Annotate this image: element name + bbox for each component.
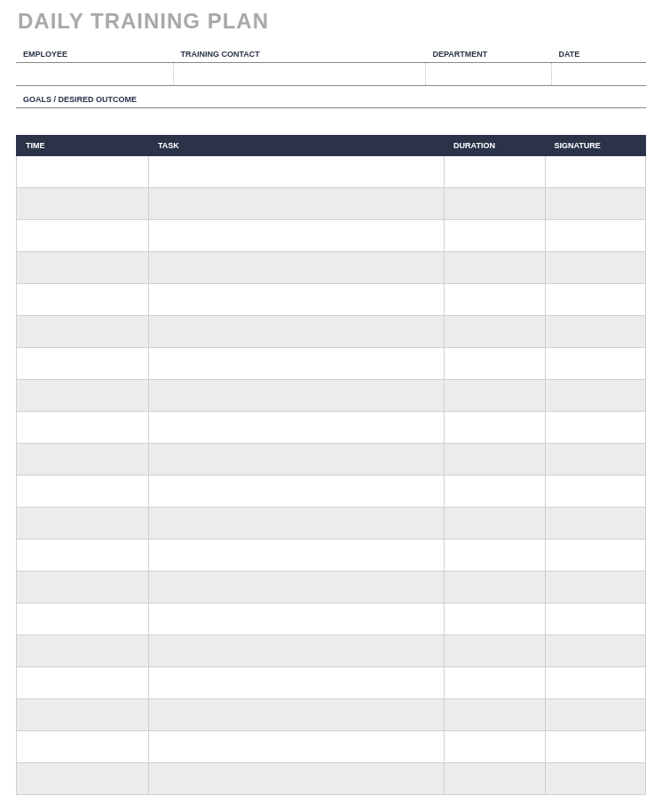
task-cell[interactable]: [148, 731, 444, 763]
task-cell[interactable]: [148, 252, 444, 284]
duration-cell[interactable]: [445, 380, 545, 412]
duration-cell[interactable]: [445, 667, 545, 699]
signature-cell[interactable]: [545, 156, 645, 188]
task-cell[interactable]: [148, 380, 444, 412]
table-row: [17, 444, 646, 476]
time-cell[interactable]: [17, 476, 149, 508]
signature-cell[interactable]: [545, 412, 645, 444]
duration-cell[interactable]: [445, 540, 545, 572]
time-cell[interactable]: [17, 348, 149, 380]
task-cell[interactable]: [148, 763, 444, 795]
duration-cell[interactable]: [445, 603, 545, 635]
task-cell[interactable]: [148, 572, 444, 603]
task-cell[interactable]: [148, 316, 444, 348]
duration-cell[interactable]: [445, 635, 545, 667]
signature-cell[interactable]: [545, 284, 645, 316]
task-cell[interactable]: [148, 348, 444, 380]
time-cell[interactable]: [17, 763, 149, 795]
table-row: [17, 284, 646, 316]
time-cell[interactable]: [17, 412, 149, 444]
task-cell[interactable]: [148, 667, 444, 699]
signature-cell[interactable]: [545, 667, 645, 699]
duration-cell[interactable]: [445, 348, 545, 380]
time-cell[interactable]: [17, 508, 149, 540]
table-row: [17, 540, 646, 572]
duration-cell[interactable]: [445, 572, 545, 603]
duration-cell[interactable]: [445, 252, 545, 284]
signature-cell[interactable]: [545, 603, 645, 635]
signature-cell[interactable]: [545, 444, 645, 476]
table-row: [17, 316, 646, 348]
duration-cell[interactable]: [445, 444, 545, 476]
signature-cell[interactable]: [545, 540, 645, 572]
time-cell[interactable]: [17, 380, 149, 412]
task-cell[interactable]: [148, 635, 444, 667]
contact-header: TRAINING CONTACT: [174, 46, 426, 63]
signature-cell[interactable]: [545, 380, 645, 412]
task-cell[interactable]: [148, 476, 444, 508]
goals-table: GOALS / DESIRED OUTCOME: [16, 91, 646, 108]
signature-cell[interactable]: [545, 252, 645, 284]
table-row: [17, 667, 646, 699]
time-cell[interactable]: [17, 667, 149, 699]
time-cell[interactable]: [17, 444, 149, 476]
duration-cell[interactable]: [445, 699, 545, 731]
signature-cell[interactable]: [545, 348, 645, 380]
time-cell[interactable]: [17, 188, 149, 220]
signature-cell[interactable]: [545, 316, 645, 348]
time-cell[interactable]: [17, 156, 149, 188]
task-cell[interactable]: [148, 284, 444, 316]
time-cell[interactable]: [17, 731, 149, 763]
task-cell[interactable]: [148, 188, 444, 220]
time-cell[interactable]: [17, 603, 149, 635]
time-cell[interactable]: [17, 572, 149, 603]
duration-cell[interactable]: [445, 508, 545, 540]
duration-cell[interactable]: [445, 188, 545, 220]
task-header: TASK: [148, 136, 444, 156]
table-row: [17, 603, 646, 635]
task-cell[interactable]: [148, 156, 444, 188]
signature-cell[interactable]: [545, 635, 645, 667]
task-cell[interactable]: [148, 699, 444, 731]
date-header: DATE: [552, 46, 647, 63]
task-cell[interactable]: [148, 220, 444, 252]
table-row: [17, 252, 646, 284]
signature-cell[interactable]: [545, 188, 645, 220]
task-cell[interactable]: [148, 603, 444, 635]
task-cell[interactable]: [148, 444, 444, 476]
time-cell[interactable]: [17, 284, 149, 316]
table-row: [17, 476, 646, 508]
duration-cell[interactable]: [445, 476, 545, 508]
time-cell[interactable]: [17, 316, 149, 348]
duration-cell[interactable]: [445, 156, 545, 188]
task-cell[interactable]: [148, 412, 444, 444]
info-table: EMPLOYEE TRAINING CONTACT DEPARTMENT DAT…: [16, 46, 646, 86]
signature-cell[interactable]: [545, 572, 645, 603]
task-cell[interactable]: [148, 540, 444, 572]
duration-cell[interactable]: [445, 731, 545, 763]
duration-cell[interactable]: [445, 220, 545, 252]
time-cell[interactable]: [17, 635, 149, 667]
time-cell[interactable]: [17, 220, 149, 252]
employee-cell[interactable]: [16, 63, 174, 86]
signature-cell[interactable]: [545, 699, 645, 731]
table-row: [17, 380, 646, 412]
duration-cell[interactable]: [445, 316, 545, 348]
table-row: [17, 731, 646, 763]
duration-cell[interactable]: [445, 763, 545, 795]
contact-cell[interactable]: [174, 63, 426, 86]
signature-cell[interactable]: [545, 508, 645, 540]
duration-cell[interactable]: [445, 284, 545, 316]
signature-cell[interactable]: [545, 476, 645, 508]
duration-header: DURATION: [445, 136, 545, 156]
task-cell[interactable]: [148, 508, 444, 540]
time-cell[interactable]: [17, 540, 149, 572]
signature-cell[interactable]: [545, 220, 645, 252]
date-cell[interactable]: [552, 63, 647, 86]
signature-cell[interactable]: [545, 763, 645, 795]
signature-cell[interactable]: [545, 731, 645, 763]
duration-cell[interactable]: [445, 412, 545, 444]
time-cell[interactable]: [17, 252, 149, 284]
department-cell[interactable]: [426, 63, 552, 86]
time-cell[interactable]: [17, 699, 149, 731]
